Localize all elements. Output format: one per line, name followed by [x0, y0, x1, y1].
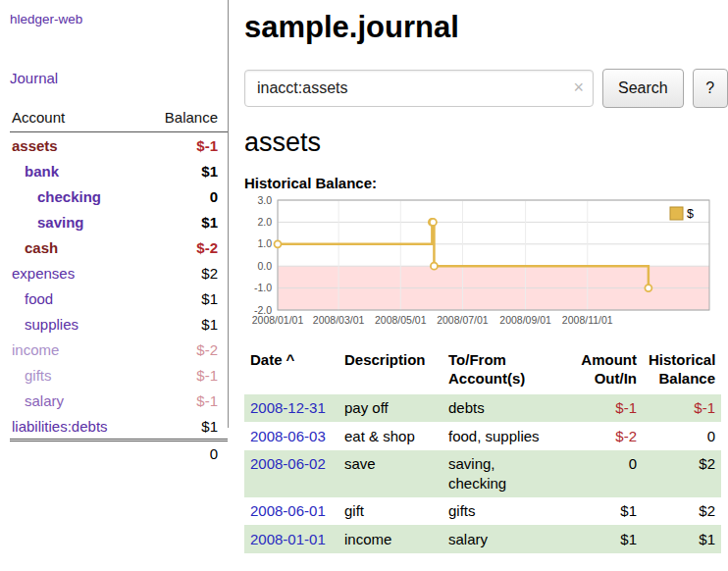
- transaction-accounts: salary: [442, 525, 570, 553]
- accounts-header-row: Account Balance: [10, 106, 228, 132]
- search-field-wrap: ×: [244, 70, 594, 107]
- register-header-row: Date^ Description To/From Account(s) Amo…: [244, 349, 721, 394]
- register-header-description: Description: [338, 349, 442, 394]
- register-body: 2008-12-31pay offdebts$-1$-12008-06-03ea…: [244, 394, 721, 553]
- accounts-total: 0: [140, 441, 228, 463]
- register-header-accounts: To/From Account(s): [442, 349, 570, 394]
- account-row: supplies$1: [10, 311, 228, 337]
- svg-text:0.0: 0.0: [257, 260, 272, 272]
- account-link[interactable]: expenses: [12, 265, 75, 282]
- register-row: 2008-06-01giftgifts$1$2: [244, 497, 721, 526]
- transaction-description: eat & shop: [338, 422, 442, 450]
- register-row: 2008-06-03eat & shopfood, supplies$-20: [244, 422, 721, 450]
- transaction-accounts: debts: [442, 394, 570, 423]
- transaction-date-link[interactable]: 2008-01-01: [250, 531, 326, 547]
- account-balance: $1: [140, 209, 228, 234]
- help-button[interactable]: ?: [693, 69, 728, 108]
- balance-chart: 3.02.01.00.0-1.0-2.02008/01/012008/03/01…: [244, 194, 728, 340]
- account-balance: $1: [140, 158, 228, 183]
- svg-text:2008/07/01: 2008/07/01: [437, 314, 489, 326]
- register-header-amount: Amount Out/In: [570, 349, 643, 394]
- transaction-date-link[interactable]: 2008-12-31: [250, 399, 326, 416]
- account-heading: assets: [244, 128, 728, 158]
- transaction-description: pay off: [338, 394, 442, 423]
- svg-text:3.0: 3.0: [257, 194, 272, 206]
- transaction-description: gift: [338, 497, 442, 526]
- journal-link[interactable]: Journal: [10, 70, 58, 86]
- search-row: × Search ?: [244, 69, 728, 108]
- transaction-amount: $1: [570, 497, 643, 526]
- account-row: cash$-2: [10, 234, 228, 260]
- account-row: liabilities:debts$1: [10, 413, 228, 441]
- register-row: 2008-12-31pay offdebts$-1$-1: [244, 394, 721, 423]
- transaction-accounts: food, supplies: [442, 422, 570, 450]
- historical-balance-chart: 3.02.01.00.0-1.0-2.02008/01/012008/03/01…: [244, 194, 717, 337]
- register-row: 2008-01-01incomesalary$1$1: [244, 525, 721, 553]
- transaction-amount: $1: [570, 525, 643, 553]
- transaction-date-link[interactable]: 2008-06-01: [250, 502, 326, 519]
- svg-text:2008/01/01: 2008/01/01: [252, 314, 304, 326]
- page: hledger-web Journal Account Balance asse…: [0, 0, 728, 553]
- account-balance: $-2: [140, 234, 228, 260]
- account-link[interactable]: assets: [12, 137, 58, 154]
- register-header-balance: Historical Balance: [643, 349, 721, 394]
- account-row: gifts$-1: [10, 362, 228, 388]
- accounts-table: Account Balance assets$-1bank$1checking0…: [10, 106, 228, 462]
- transaction-date-link[interactable]: 2008-06-02: [250, 455, 326, 472]
- svg-text:2008/09/01: 2008/09/01: [499, 314, 551, 326]
- app-title-link[interactable]: hledger-web: [10, 12, 82, 26]
- account-link[interactable]: liabilities:debts: [12, 418, 108, 435]
- account-row: checking0: [10, 183, 228, 209]
- account-balance: $-1: [140, 132, 228, 159]
- sort-ascending-icon: ^: [286, 351, 295, 368]
- account-row: saving$1: [10, 209, 228, 234]
- svg-text:1.0: 1.0: [257, 237, 272, 249]
- transaction-balance: $-1: [643, 394, 721, 423]
- svg-text:-1.0: -1.0: [254, 282, 272, 293]
- account-link[interactable]: gifts: [25, 367, 52, 384]
- svg-text:2008/11/01: 2008/11/01: [562, 314, 613, 326]
- search-input[interactable]: [244, 70, 594, 107]
- account-balance: $-1: [140, 388, 228, 413]
- account-row: expenses$2: [10, 260, 228, 286]
- transaction-description: save: [338, 450, 442, 497]
- transaction-accounts: gifts: [442, 497, 570, 526]
- transaction-date-link[interactable]: 2008-06-03: [250, 428, 326, 444]
- svg-text:2008/05/01: 2008/05/01: [375, 314, 427, 326]
- sidebar: hledger-web Journal Account Balance asse…: [0, 0, 229, 428]
- account-balance: 0: [140, 183, 228, 209]
- account-row: food$1: [10, 286, 228, 311]
- accounts-header-balance: Balance: [140, 106, 228, 132]
- account-link[interactable]: checking: [37, 188, 101, 205]
- transaction-amount: $-2: [570, 422, 643, 450]
- svg-text:2008/03/01: 2008/03/01: [313, 314, 365, 326]
- account-balance: $-1: [140, 362, 228, 388]
- transaction-balance: $2: [643, 450, 721, 497]
- accounts-header-account: Account: [10, 106, 140, 132]
- account-link[interactable]: supplies: [25, 316, 78, 333]
- accounts-body: assets$-1bank$1checking0saving$1cash$-2e…: [10, 132, 228, 441]
- transaction-description: income: [338, 525, 442, 553]
- search-button[interactable]: Search: [602, 69, 684, 108]
- page-title: sample.journal: [244, 10, 728, 45]
- account-row: assets$-1: [10, 132, 228, 159]
- account-balance: $2: [140, 260, 228, 286]
- account-link[interactable]: saving: [37, 214, 84, 231]
- transaction-balance: $1: [643, 525, 721, 553]
- accounts-total-row: 0: [10, 441, 228, 463]
- account-link[interactable]: salary: [25, 392, 64, 409]
- transaction-accounts: saving, checking: [442, 450, 570, 497]
- svg-text:$: $: [687, 207, 694, 221]
- clear-search-icon[interactable]: ×: [573, 78, 584, 97]
- account-balance: $-2: [140, 337, 228, 362]
- account-link[interactable]: bank: [25, 163, 59, 180]
- transaction-balance: 0: [643, 422, 721, 450]
- account-link[interactable]: food: [25, 290, 53, 307]
- register-table: Date^ Description To/From Account(s) Amo…: [244, 349, 721, 553]
- transaction-amount: 0: [570, 450, 643, 497]
- account-row: bank$1: [10, 158, 228, 183]
- account-row: income$-2: [10, 337, 228, 362]
- account-link[interactable]: income: [12, 341, 59, 358]
- account-link[interactable]: cash: [25, 239, 58, 256]
- register-header-date[interactable]: Date^: [244, 349, 338, 394]
